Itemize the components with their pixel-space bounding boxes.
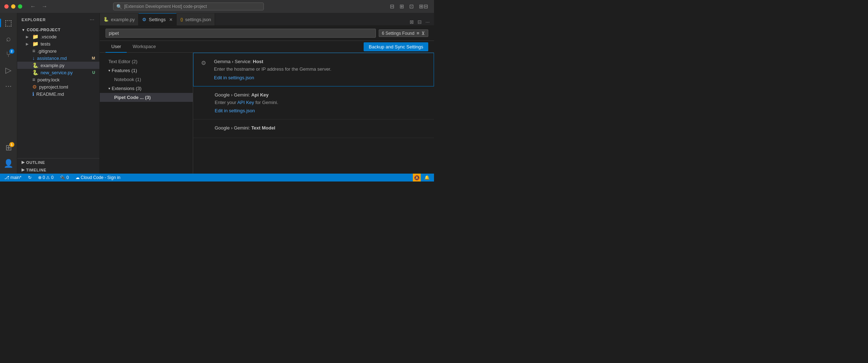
sidebar-toggle-button[interactable]: ⊟ <box>388 3 396 10</box>
nav-label: Pipet Code ... (3) <box>114 95 151 100</box>
project-root[interactable]: ▼ CODE-PROJECT <box>17 27 99 33</box>
statusbar-errors[interactable]: ⊗ 0 ⚠ 0 <box>37 174 55 182</box>
filename: pyproject.toml <box>39 84 68 90</box>
more-tabs-button[interactable]: ··· <box>424 18 431 25</box>
main-layout: ⬚ ⌕ ⑂ 2 ▷ ··· ⊞ 1 👤 EXPLORER <box>0 13 434 174</box>
info-icon: ℹ <box>32 91 34 97</box>
titlebar-search[interactable]: 🔍 [Extension Development Host] code-proj… <box>113 3 264 10</box>
activity-search[interactable]: ⌕ <box>1 32 16 46</box>
outline-label: OUTLINE <box>26 160 45 165</box>
file-tree-item-vscode[interactable]: ▶ 📁 .vscode <box>17 33 99 40</box>
tab-settings[interactable]: ⚙ Settings ✕ <box>139 13 177 25</box>
account-icon: 👤 <box>4 159 13 168</box>
settings-item-gemma-content: Gemma › Service: Host Enter the hostname… <box>214 59 425 80</box>
tab-settings-json[interactable]: {} settings.json <box>177 13 215 25</box>
lock-icon: ≡ <box>32 77 35 82</box>
search-icon: ⌕ <box>6 34 11 43</box>
settings-found-badge: 6 Settings Found ≡ ⊻ <box>379 29 428 37</box>
sidebar: EXPLORER ··· ▼ CODE-PROJECT ▶ 📁 .vscode … <box>17 13 100 174</box>
statusbar-cloud-code[interactable]: ☁ Cloud Code - Sign in <box>74 174 122 182</box>
file-tree-item-tests[interactable]: ▶ 📁 tests <box>17 40 99 47</box>
traffic-lights <box>4 4 22 9</box>
file-tree: ▼ CODE-PROJECT ▶ 📁 .vscode ▶ 📁 tests ▶ ≡… <box>17 27 99 158</box>
editor-area: 🐍 example.py ⚙ Settings ✕ {} settings.js… <box>100 13 434 174</box>
panel-toggle-button[interactable]: ⊞ <box>398 3 406 10</box>
activity-more[interactable]: ··· <box>1 79 16 93</box>
settings-item-api-link[interactable]: Edit in settings.json <box>215 108 255 113</box>
nav-label: Text Editor (2) <box>108 59 137 64</box>
statusbar-branch[interactable]: ⎇ main* <box>3 174 23 182</box>
statusbar-notifications-disabled[interactable]: 🔕 <box>413 174 421 182</box>
settings-tab-workspace[interactable]: Workspace <box>127 41 162 53</box>
customize-layout-button[interactable]: ⊞⊟ <box>417 3 430 10</box>
backup-sync-button[interactable]: Backup and Sync Settings <box>364 42 428 51</box>
file-tree-item-readme[interactable]: ▶ ℹ README.md <box>17 90 99 98</box>
statusbar-ports[interactable]: 🔌 0 <box>59 174 70 182</box>
forward-button[interactable]: → <box>40 3 49 10</box>
filename: .gitignore <box>37 48 56 54</box>
api-key-link[interactable]: API Key <box>237 100 254 105</box>
file-tree-item-pyproject[interactable]: ▶ ⚙ pyproject.toml <box>17 83 99 90</box>
activity-account[interactable]: 👤 <box>1 156 16 171</box>
settings-search-area: 6 Settings Found ≡ ⊻ <box>100 26 434 41</box>
nav-label: Extensions (3) <box>112 86 141 91</box>
activity-extensions[interactable]: ⊞ 1 <box>1 141 16 155</box>
tab-close-button[interactable]: ✕ <box>169 17 173 22</box>
activity-bottom: ⊞ 1 👤 <box>1 141 16 174</box>
filename: new_service.py <box>41 70 73 75</box>
filename: assistance.md <box>37 56 67 61</box>
filter-icon: ⊻ <box>421 30 425 36</box>
layout-button[interactable]: ⊡ <box>408 3 415 10</box>
file-tree-item-poetry-lock[interactable]: ▶ ≡ poetry.lock <box>17 76 99 83</box>
filename: example.py <box>41 63 64 68</box>
settings-item-gemma-link[interactable]: Edit in settings.json <box>214 75 254 80</box>
settings-item-api-title: Google › Gemini: Api Key <box>215 92 425 98</box>
chevron-down-icon: ▾ <box>108 86 110 90</box>
split-editor-button[interactable]: ⊠ <box>408 18 415 25</box>
file-tree-item-example-py[interactable]: ▶ 🐍 example.py <box>17 62 99 69</box>
nav-label: Notebook (1) <box>114 77 141 82</box>
filename: tests <box>41 41 50 47</box>
file-tree-item-gitignore[interactable]: ▶ ≡ .gitignore <box>17 47 99 55</box>
py-icon: 🐍 <box>32 62 38 68</box>
settings-item-api-desc: Enter your API Key for Gemini. <box>215 99 425 106</box>
filename: README.md <box>36 91 64 97</box>
back-button[interactable]: ← <box>29 3 37 10</box>
outline-section: ▶ OUTLINE ▶ TIMELINE <box>17 158 99 174</box>
timeline-header[interactable]: ▶ TIMELINE <box>17 166 99 174</box>
chevron-right-icon: ▶ <box>22 168 25 172</box>
user-tab-label: User <box>111 44 121 49</box>
settings-nav-pipet-code[interactable]: Pipet Code ... (3) <box>100 93 193 102</box>
activity-explorer[interactable]: ⬚ <box>1 16 16 30</box>
toggle-panel-button[interactable]: ⊟ <box>416 18 423 25</box>
file-tree-item-assistance[interactable]: ▶ ↓ assistance.md M <box>17 55 99 62</box>
activity-run[interactable]: ▷ <box>1 63 16 77</box>
explorer-icon: ⬚ <box>5 18 12 28</box>
settings-nav-extensions[interactable]: ▾ Extensions (3) <box>100 84 193 93</box>
extensions-badge: 1 <box>9 142 14 147</box>
tab-bar-right: ⊠ ⊟ ··· <box>408 18 434 25</box>
settings-nav-text-editor[interactable]: Text Editor (2) <box>100 57 193 66</box>
settings-tab-user[interactable]: User <box>106 41 127 53</box>
settings-search-input[interactable] <box>106 29 376 38</box>
sidebar-more-button[interactable]: ··· <box>89 16 95 24</box>
sidebar-title: EXPLORER <box>22 18 46 22</box>
maximize-button[interactable] <box>18 4 22 9</box>
file-tree-item-new-service[interactable]: ▶ 🐍 new_service.py U <box>17 69 99 76</box>
chevron-down-icon: ▼ <box>22 28 25 32</box>
statusbar-bell[interactable]: 🔔 <box>423 174 431 182</box>
statusbar-sync[interactable]: ↻ <box>27 174 33 182</box>
settings-nav-features[interactable]: ▾ Features (1) <box>100 66 193 75</box>
settings-item-model-content: Google › Gemini: Text Model <box>202 125 425 132</box>
found-count: 6 Settings Found <box>382 31 415 36</box>
minimize-button[interactable] <box>11 4 15 9</box>
outline-header[interactable]: ▶ OUTLINE <box>17 159 99 166</box>
close-button[interactable] <box>4 4 9 9</box>
activity-source-control[interactable]: ⑂ 2 <box>1 47 16 62</box>
tab-example-py[interactable]: 🐍 example.py <box>100 13 139 25</box>
modified-badge: M <box>92 56 95 60</box>
search-icon: 🔍 <box>116 4 122 9</box>
settings-item-gemma-desc: Enter the hostname or IP address for the… <box>214 66 425 73</box>
settings-nav-notebook[interactable]: Notebook (1) <box>100 75 193 84</box>
filename: poetry.lock <box>37 77 60 82</box>
